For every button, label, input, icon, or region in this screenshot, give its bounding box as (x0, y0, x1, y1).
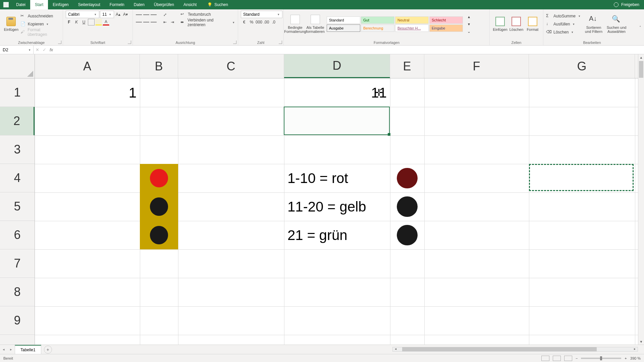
tab-insert[interactable]: Einfügen (48, 0, 73, 9)
tell-me-search[interactable]: 💡 Suchen (207, 0, 228, 9)
worksheet[interactable]: ABCDEFG 123456789 1111-10 = rot11-20 = g… (0, 54, 644, 345)
decrease-decimal-button[interactable]: .0 (270, 19, 277, 25)
cut-button[interactable]: ✂Ausschneiden (20, 12, 60, 20)
decrease-indent-button[interactable]: ⇤ (162, 19, 168, 25)
column-headers[interactable]: ABCDEFG (35, 54, 638, 78)
format-painter-button[interactable]: 🖌Format übertragen (20, 28, 60, 36)
dialog-launcher-icon[interactable] (279, 41, 282, 44)
cell-D1[interactable]: 11 (284, 78, 390, 107)
row-headers[interactable]: 123456789 (0, 78, 35, 345)
cell-A1[interactable]: 1 (35, 78, 140, 107)
increase-font-button[interactable]: A▴ (115, 11, 121, 18)
view-normal-button[interactable] (541, 356, 549, 361)
hscroll-thumb[interactable] (402, 347, 597, 351)
horizontal-align-buttons[interactable] (136, 19, 157, 25)
dialog-launcher-icon[interactable] (233, 41, 236, 44)
wrap-text-button[interactable]: ↩Textumbruch (180, 11, 235, 18)
insert-cells-button[interactable]: Einfügen (492, 11, 508, 38)
tab-nav-first[interactable]: ◂ (0, 347, 7, 352)
zoom-value[interactable]: 390 % (630, 356, 641, 360)
sort-filter-button[interactable]: A↓Sortieren und Filtern (584, 11, 604, 38)
zoom-in-button[interactable]: + (625, 356, 627, 360)
cell-styles-gallery[interactable]: Standard Gut Neutral Schlecht Ausgabe Be… (327, 16, 463, 32)
comma-format-button[interactable]: 000 (256, 19, 262, 25)
col-header-A[interactable]: A (35, 54, 140, 78)
formula-input[interactable] (55, 46, 644, 54)
styles-more[interactable]: ⌄ (466, 28, 472, 35)
view-pagebreak-button[interactable] (564, 356, 572, 361)
font-name-select[interactable]: Calibri▾ (66, 11, 99, 18)
col-header-D[interactable]: D (284, 54, 390, 78)
cell-grid[interactable]: 1111-10 = rot11-20 = gelb21 = grün✛ (35, 78, 638, 345)
row-header-6[interactable]: 6 (0, 221, 35, 249)
bold-button[interactable]: F (66, 19, 72, 25)
vertical-align-buttons[interactable] (136, 11, 157, 18)
save-icon[interactable] (3, 2, 9, 7)
cell-D5[interactable]: 11-20 = gelb (284, 192, 390, 221)
row-header-2[interactable]: 2 (0, 107, 35, 135)
delete-cells-button[interactable]: Löschen (508, 11, 524, 38)
style-berechnung[interactable]: Berechnung (361, 24, 394, 32)
row-header-3[interactable]: 3 (0, 135, 35, 164)
insert-function-button[interactable]: fx (50, 47, 53, 52)
decrease-font-button[interactable]: A▾ (122, 11, 129, 18)
autosum-button[interactable]: ΣAutoSumme▾ (546, 12, 581, 20)
col-header-F[interactable]: F (424, 54, 529, 78)
zoom-slider[interactable] (581, 358, 621, 359)
col-header-C[interactable]: C (178, 54, 284, 78)
row-header-5[interactable]: 5 (0, 192, 35, 221)
italic-button[interactable]: K (73, 19, 80, 25)
collapse-ribbon-button[interactable]: ˄ (639, 25, 641, 29)
tab-nav-prev[interactable]: ▸ (7, 347, 15, 352)
clear-button[interactable]: ⌫Löschen▾ (546, 28, 581, 36)
zoom-out-button[interactable]: − (576, 356, 578, 360)
view-pagelayout-button[interactable] (553, 356, 561, 361)
row-header-8[interactable]: 8 (0, 278, 35, 306)
scroll-down-button[interactable]: ▼ (638, 339, 644, 345)
dialog-launcher-icon[interactable] (128, 41, 131, 44)
tab-data[interactable]: Daten (129, 0, 149, 9)
scroll-thumb[interactable] (639, 61, 643, 78)
format-as-table-button[interactable]: Als Tabelle formatieren (307, 11, 324, 38)
enter-formula-button[interactable]: ✓ (43, 47, 46, 52)
style-schlecht[interactable]: Schlecht (429, 16, 463, 24)
tab-review[interactable]: Überprüfen (149, 0, 179, 9)
styles-scroll-up[interactable]: ▴ (466, 13, 472, 20)
row-header-4[interactable]: 4 (0, 164, 35, 192)
increase-decimal-button[interactable]: .00 (263, 19, 270, 25)
tab-view[interactable]: Ansicht (179, 0, 201, 9)
fill-button[interactable]: ↓Ausfüllen▾ (546, 20, 581, 28)
paste-button[interactable]: Einfügen (3, 11, 20, 38)
col-header-G[interactable]: G (529, 54, 635, 78)
accounting-format-button[interactable]: € (241, 19, 248, 25)
add-sheet-button[interactable]: + (44, 346, 52, 354)
cell-D4[interactable]: 1-10 = rot (284, 164, 390, 192)
tab-pagelayout[interactable]: Seitenlayout (73, 0, 105, 9)
tab-formulas[interactable]: Formeln (105, 0, 129, 9)
row-header-1[interactable]: 1 (0, 78, 35, 107)
style-ausgabe[interactable]: Ausgabe (327, 24, 360, 32)
format-cells-button[interactable]: Format (525, 11, 540, 38)
style-standard[interactable]: Standard (327, 16, 360, 24)
orientation-button[interactable]: ⤢ (162, 11, 168, 18)
font-size-select[interactable]: 11▾ (100, 11, 114, 18)
row-header-7[interactable]: 7 (0, 249, 35, 278)
increase-indent-button[interactable]: ⇥ (169, 19, 176, 25)
col-header-E[interactable]: E (390, 54, 424, 78)
tab-file[interactable]: Datei (11, 0, 30, 9)
tab-start[interactable]: Start (30, 0, 48, 9)
dialog-launcher-icon[interactable] (58, 41, 61, 44)
fill-color-button[interactable] (95, 19, 102, 25)
font-color-button[interactable]: A (103, 19, 109, 25)
row-header-9[interactable]: 9 (0, 306, 35, 335)
select-all-corner[interactable] (0, 54, 35, 78)
merge-center-button[interactable]: ⬌Verbinden und zentrieren▾ (180, 19, 235, 26)
cell-D6[interactable]: 21 = grün (284, 221, 390, 249)
style-neutral[interactable]: Neutral (395, 16, 429, 24)
sheet-tab-tabelle1[interactable]: Tabelle1 (15, 345, 41, 354)
find-select-button[interactable]: 🔍Suchen und Auswählen (606, 11, 627, 38)
horizontal-scrollbar[interactable]: ◂ ▸ (392, 347, 638, 352)
share-button[interactable]: Freigeben (621, 2, 639, 7)
style-eingabe[interactable]: Eingabe (429, 24, 463, 32)
conditional-formatting-button[interactable]: Bedingte Formatierung (286, 11, 304, 38)
